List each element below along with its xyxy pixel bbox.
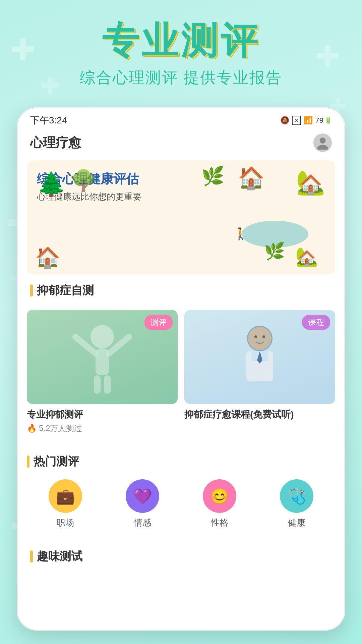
workplace-icon: 💼	[56, 487, 75, 505]
course-title: 抑郁症疗愈课程(免费试听)	[184, 408, 335, 421]
depression-label-text: 抑郁症自测	[37, 283, 94, 298]
bare-tree-icon: 🌿	[264, 241, 285, 261]
hot-section-label: 热门测评	[27, 450, 335, 473]
house4-icon: 🏡	[295, 246, 318, 268]
bottom-section-label: 趣味测试	[30, 545, 332, 568]
assessment-card-image: 测评	[27, 310, 178, 404]
avatar[interactable]	[313, 133, 332, 152]
bottom-label-text: 趣味测试	[37, 549, 82, 564]
health-label: 健康	[288, 517, 305, 529]
banner-card[interactable]: 🌲 🌳 🌿 🏠 🏡 🏠 🏡 🚶 🌿 综合心理健康评估 心理健康远比你想的更重要	[27, 160, 335, 274]
phone-bottom-fade	[17, 610, 345, 631]
bottom-hint-section: 趣味测试	[17, 540, 345, 571]
battery-icon: 🔋	[324, 117, 332, 124]
banner-title: 综合心理健康评估	[37, 170, 325, 187]
section-bar-hot	[27, 455, 29, 468]
course-badge: 课程	[302, 315, 330, 330]
notification-icon: 🔕	[280, 116, 289, 125]
health-icon: 🩺	[287, 487, 306, 505]
section-bar-depression	[30, 284, 33, 297]
health-circle: 🩺	[280, 479, 313, 513]
sub-title: 综合心理测评 提供专业报告	[0, 67, 362, 88]
assessment-card[interactable]: 测评 专业抑郁测评 🔥 5.2万人测过	[27, 310, 178, 434]
svg-rect-17	[104, 375, 111, 394]
personality-icon: 😊	[210, 487, 229, 505]
svg-point-12	[90, 325, 114, 348]
status-time: 下午3:24	[30, 114, 67, 127]
battery-percentage: 79	[315, 116, 323, 125]
emotion-circle: 💜	[126, 479, 159, 513]
cards-row: 测评 专业抑郁测评 🔥 5.2万人测过	[27, 310, 335, 434]
header-area: 专业测评 综合心理测评 提供专业报告	[0, 0, 362, 88]
svg-point-10	[320, 138, 326, 144]
personality-circle: 😊	[203, 479, 236, 513]
assessment-meta: 🔥 5.2万人测过	[27, 423, 178, 434]
svg-point-19	[248, 327, 272, 350]
category-health[interactable]: 🩺 健康	[280, 479, 313, 529]
cards-section: 测评 专业抑郁测评 🔥 5.2万人测过	[17, 303, 345, 444]
workplace-circle: 💼	[49, 479, 82, 513]
person-icon: 🚶	[233, 227, 248, 241]
svg-point-11	[317, 145, 328, 150]
app-title: 心理疗愈	[30, 134, 81, 151]
hot-label-text: 热门测评	[34, 454, 79, 469]
svg-point-21	[262, 335, 265, 338]
status-bar: 下午3:24 🔕 ✕ 📶 79 🔋	[17, 107, 345, 130]
banner-subtitle: 心理健康远比你想的更重要	[37, 191, 325, 203]
pond-decoration	[241, 221, 308, 248]
category-emotion[interactable]: 💜 情感	[126, 479, 159, 529]
fire-icon: 🔥	[27, 424, 37, 433]
assessment-badge: 测评	[144, 315, 173, 330]
hot-section: 热门测评 💼 职场 💜 情感 😊 性格	[17, 449, 345, 535]
phone-mockup: 下午3:24 🔕 ✕ 📶 79 🔋 心理疗愈 🌲 🌳 🌿	[17, 107, 345, 631]
main-title: 专业测评	[0, 20, 362, 61]
svg-point-20	[254, 335, 257, 338]
section-bar-bottom	[30, 550, 33, 562]
assessment-title: 专业抑郁测评	[27, 408, 178, 421]
personality-label: 性格	[211, 517, 228, 529]
svg-rect-16	[94, 375, 101, 394]
house3-icon: 🏠	[35, 246, 60, 269]
course-card[interactable]: 课程 抑郁症疗愈课程(免费试听)	[184, 310, 335, 434]
course-card-image: 课程	[184, 310, 335, 404]
emotion-icon: 💜	[133, 487, 152, 505]
category-workplace[interactable]: 💼 职场	[49, 479, 82, 529]
assessment-count: 5.2万人测过	[39, 423, 82, 434]
emotion-label: 情感	[134, 517, 151, 529]
depression-section-label: 抑郁症自测	[17, 278, 345, 303]
status-icons: 🔕 ✕ 📶 79 🔋	[280, 116, 332, 125]
category-personality[interactable]: 😊 性格	[203, 479, 236, 529]
workplace-label: 职场	[57, 517, 74, 529]
battery-indicator: 79 🔋	[315, 116, 332, 125]
close-icon: ✕	[292, 116, 301, 125]
app-header: 心理疗愈	[17, 130, 345, 157]
wifi-icon: 📶	[304, 116, 313, 125]
category-icons-row: 💼 职场 💜 情感 😊 性格 🩺 健康	[27, 479, 335, 529]
